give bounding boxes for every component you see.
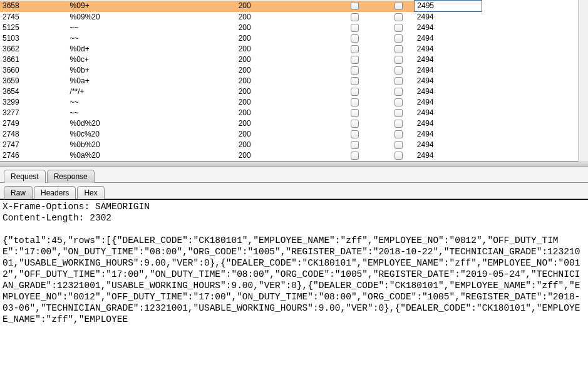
checkbox-icon[interactable] bbox=[351, 141, 359, 149]
tab-headers[interactable]: Headers bbox=[34, 186, 76, 199]
checkbox-icon[interactable] bbox=[395, 141, 403, 149]
cell-checkbox-1[interactable] bbox=[327, 33, 383, 44]
checkbox-icon[interactable] bbox=[395, 13, 403, 21]
cell-checkbox-1[interactable] bbox=[327, 23, 383, 33]
cell-id: 2748 bbox=[0, 129, 68, 140]
cell-payload: %0c%20 bbox=[68, 129, 236, 140]
tab-request[interactable]: Request bbox=[4, 170, 46, 183]
cell-checkbox-2[interactable] bbox=[383, 12, 415, 23]
checkbox-icon[interactable] bbox=[351, 45, 359, 53]
checkbox-icon[interactable] bbox=[351, 130, 359, 138]
checkbox-icon[interactable] bbox=[395, 98, 403, 106]
cell-checkbox-2[interactable] bbox=[383, 150, 415, 161]
table-row[interactable]: 5103~~2002494 bbox=[0, 33, 482, 44]
checkbox-icon[interactable] bbox=[351, 152, 359, 160]
cell-checkbox-2[interactable] bbox=[383, 97, 415, 108]
checkbox-icon[interactable] bbox=[351, 24, 359, 32]
cell-status: 200 bbox=[236, 33, 327, 44]
cell-id: 2746 bbox=[0, 150, 68, 161]
tab-response[interactable]: Response bbox=[47, 170, 95, 183]
cell-checkbox-1[interactable] bbox=[327, 118, 383, 129]
cell-checkbox-1[interactable] bbox=[327, 129, 383, 140]
cell-checkbox-1[interactable] bbox=[327, 65, 383, 76]
cell-checkbox-1[interactable] bbox=[327, 150, 383, 161]
cell-checkbox-1[interactable] bbox=[327, 108, 383, 118]
cell-checkbox-2[interactable] bbox=[383, 1, 415, 12]
table-row[interactable]: 3659%0a+2002494 bbox=[0, 76, 482, 86]
results-table[interactable]: 3658%09+20024952745%09%2020024945125~~20… bbox=[0, 0, 482, 162]
checkbox-icon[interactable] bbox=[395, 56, 403, 64]
checkbox-icon[interactable] bbox=[351, 120, 359, 128]
checkbox-icon[interactable] bbox=[351, 2, 359, 10]
checkbox-icon[interactable] bbox=[351, 88, 359, 96]
table-row[interactable]: 2749%0d%202002494 bbox=[0, 118, 482, 129]
table-row[interactable]: 2748%0c%202002494 bbox=[0, 129, 482, 140]
response-raw-body[interactable]: X-Frame-Options: SAMEORIGIN Content-Leng… bbox=[0, 199, 588, 326]
cell-checkbox-2[interactable] bbox=[383, 65, 415, 76]
checkbox-icon[interactable] bbox=[351, 66, 359, 75]
cell-checkbox-2[interactable] bbox=[383, 44, 415, 54]
cell-checkbox-2[interactable] bbox=[383, 108, 415, 118]
cell-length: 2495 bbox=[415, 1, 482, 12]
cell-checkbox-2[interactable] bbox=[383, 140, 415, 150]
tab-raw[interactable]: Raw bbox=[4, 186, 33, 199]
cell-checkbox-1[interactable] bbox=[327, 86, 383, 97]
table-row[interactable]: 3660%0b+2002494 bbox=[0, 65, 482, 76]
checkbox-icon[interactable] bbox=[395, 2, 403, 10]
cell-checkbox-2[interactable] bbox=[383, 129, 415, 140]
cell-checkbox-1[interactable] bbox=[327, 140, 383, 150]
cell-length: 2494 bbox=[415, 33, 482, 44]
cell-checkbox-2[interactable] bbox=[383, 86, 415, 97]
checkbox-icon[interactable] bbox=[395, 34, 403, 43]
cell-payload: ~~ bbox=[68, 23, 236, 33]
checkbox-icon[interactable] bbox=[395, 24, 403, 32]
cell-checkbox-2[interactable] bbox=[383, 23, 415, 33]
table-row[interactable]: 2745%09%202002494 bbox=[0, 12, 482, 23]
table-row[interactable]: 3658%09+2002495 bbox=[0, 1, 482, 12]
checkbox-icon[interactable] bbox=[395, 109, 403, 117]
cell-length: 2494 bbox=[415, 108, 482, 118]
checkbox-icon[interactable] bbox=[351, 34, 359, 43]
table-row[interactable]: 3662%0d+2002494 bbox=[0, 44, 482, 54]
checkbox-icon[interactable] bbox=[351, 98, 359, 106]
cell-id: 3662 bbox=[0, 44, 68, 54]
cell-checkbox-1[interactable] bbox=[327, 97, 383, 108]
cell-status: 200 bbox=[236, 65, 327, 76]
pane-divider[interactable] bbox=[0, 162, 588, 167]
cell-checkbox-2[interactable] bbox=[383, 54, 415, 65]
table-row[interactable]: 3299~~2002494 bbox=[0, 97, 482, 108]
checkbox-icon[interactable] bbox=[395, 88, 403, 96]
cell-checkbox-1[interactable] bbox=[327, 44, 383, 54]
cell-checkbox-1[interactable] bbox=[327, 54, 383, 65]
checkbox-icon[interactable] bbox=[395, 45, 403, 53]
cell-checkbox-2[interactable] bbox=[383, 76, 415, 86]
checkbox-icon[interactable] bbox=[395, 152, 403, 160]
cell-checkbox-2[interactable] bbox=[383, 118, 415, 129]
table-row[interactable]: 3661%0c+2002494 bbox=[0, 54, 482, 65]
checkbox-icon[interactable] bbox=[351, 13, 359, 21]
cell-id: 2745 bbox=[0, 12, 68, 23]
cell-status: 200 bbox=[236, 44, 327, 54]
checkbox-icon[interactable] bbox=[351, 77, 359, 85]
cell-status: 200 bbox=[236, 76, 327, 86]
table-row[interactable]: 2747%0b%202002494 bbox=[0, 140, 482, 150]
checkbox-icon[interactable] bbox=[351, 56, 359, 64]
checkbox-icon[interactable] bbox=[395, 66, 403, 75]
table-row[interactable]: 3654/**/+2002494 bbox=[0, 86, 482, 97]
table-row[interactable]: 5125~~2002494 bbox=[0, 23, 482, 33]
tab-hex[interactable]: Hex bbox=[77, 186, 104, 199]
cell-checkbox-1[interactable] bbox=[327, 12, 383, 23]
vertical-scrollbar[interactable] bbox=[578, 0, 588, 162]
table-row[interactable]: 3277~~2002494 bbox=[0, 108, 482, 118]
cell-checkbox-2[interactable] bbox=[383, 33, 415, 44]
cell-checkbox-1[interactable] bbox=[327, 76, 383, 86]
checkbox-icon[interactable] bbox=[395, 77, 403, 85]
table-row[interactable]: 2746%0a%202002494 bbox=[0, 150, 482, 161]
cell-checkbox-1[interactable] bbox=[327, 1, 383, 12]
cell-payload: %0b%20 bbox=[68, 140, 236, 150]
checkbox-icon[interactable] bbox=[395, 130, 403, 138]
cell-id: 3654 bbox=[0, 86, 68, 97]
checkbox-icon[interactable] bbox=[395, 120, 403, 128]
checkbox-icon[interactable] bbox=[351, 109, 359, 117]
cell-status: 200 bbox=[236, 54, 327, 65]
